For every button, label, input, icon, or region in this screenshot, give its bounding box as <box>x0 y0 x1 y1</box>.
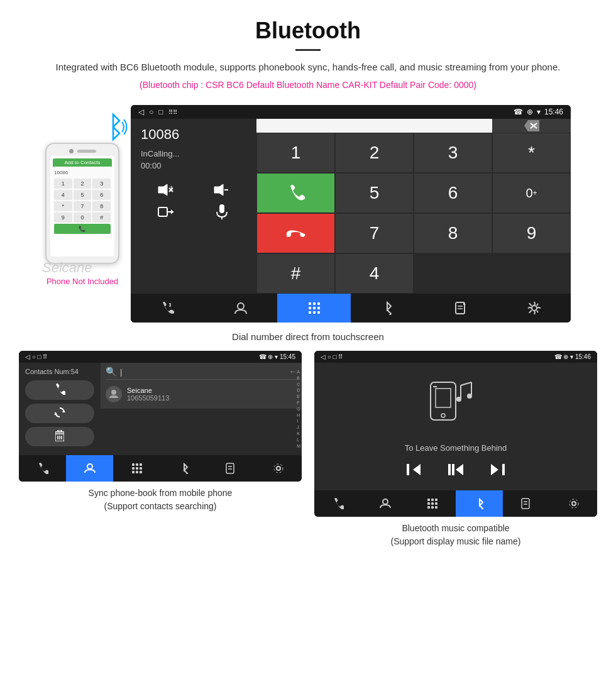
contacts-nav-bluetooth[interactable] <box>160 455 207 482</box>
music-body: To Leave Something Behind <box>314 363 597 490</box>
svg-text:+: + <box>170 184 173 190</box>
car-left-panel: 10086 InCalling... 00:00 + <box>131 119 256 294</box>
dial-key-5[interactable]: 5 <box>74 190 92 200</box>
nav-phone-icon[interactable] <box>131 294 204 323</box>
nav-bluetooth-icon[interactable] <box>351 294 424 323</box>
phone-not-included-label: Phone Not Included <box>45 277 119 286</box>
contacts-nav-dialpad[interactable] <box>113 455 160 482</box>
dial-delete-button[interactable] <box>492 119 571 133</box>
dial-key-4[interactable]: 4 <box>335 253 414 294</box>
svg-point-51 <box>277 466 280 470</box>
contact-info: Seicane 10655059113 <box>127 387 169 402</box>
contact-item[interactable]: Seicane 10655059113 <box>106 383 297 405</box>
dial-input-field[interactable] <box>256 119 492 133</box>
svg-rect-41 <box>140 463 142 466</box>
svg-rect-48 <box>226 463 234 473</box>
end-call-button[interactable] <box>256 213 335 253</box>
search-input[interactable]: | <box>120 367 285 377</box>
contacts-delete-btn[interactable] <box>25 427 94 446</box>
nav-settings-icon[interactable] <box>497 294 571 323</box>
music-nav-contacts[interactable] <box>361 490 409 517</box>
music-nav-bluetooth[interactable] <box>456 490 503 517</box>
dial-key-0[interactable]: 0 <box>74 212 92 223</box>
prev-track-icon[interactable] <box>405 463 422 480</box>
svg-point-82 <box>569 499 578 508</box>
dial-key-9[interactable]: 9 <box>54 212 72 223</box>
car-number-display: 10086 <box>141 126 246 143</box>
phone-mockup: Add to Contacts 10086 1 2 3 4 5 6 * 7 8 … <box>45 143 119 286</box>
svg-point-81 <box>572 502 576 505</box>
svg-rect-19 <box>313 307 316 309</box>
dial-key-3[interactable]: 3 <box>92 179 111 189</box>
contacts-sync-btn[interactable] <box>25 404 94 423</box>
music-status-right: ☎ ⊕ ▾ 15:46 <box>554 353 591 360</box>
phone-call-button[interactable]: 📞 <box>54 224 111 234</box>
svg-point-38 <box>87 464 92 469</box>
svg-marker-66 <box>491 464 498 475</box>
svg-rect-22 <box>313 311 316 314</box>
phone-screen-body: 10086 1 2 3 4 5 6 * 7 8 9 0 # 📞 <box>53 167 112 236</box>
nav-dialpad-icon[interactable] <box>277 294 351 323</box>
next-track-icon[interactable] <box>490 463 506 480</box>
dial-key-star[interactable]: * <box>54 201 72 211</box>
dial-key-1[interactable]: 1 <box>256 133 335 173</box>
status-time: 15:46 <box>544 108 563 116</box>
music-icon-area <box>324 373 587 437</box>
svg-rect-6 <box>158 207 167 216</box>
nav-contacts-icon[interactable] <box>204 294 278 323</box>
dial-key-2[interactable]: 2 <box>74 179 92 189</box>
dial-key-9[interactable]: 9 <box>492 213 571 253</box>
volume-down-icon[interactable] <box>197 183 246 197</box>
contacts-nav-file[interactable] <box>207 455 255 482</box>
call-button[interactable] <box>256 173 335 213</box>
contacts-count: Contacts Num:54 <box>25 368 94 375</box>
music-nav-settings[interactable] <box>550 490 597 517</box>
dial-key-7[interactable]: 7 <box>335 213 414 253</box>
dial-key-0plus[interactable]: 0+ <box>492 173 571 213</box>
dial-key-1[interactable]: 1 <box>54 179 72 189</box>
svg-rect-71 <box>435 499 437 501</box>
contacts-nav-contacts[interactable] <box>66 455 113 482</box>
contacts-bottom-nav <box>19 455 302 482</box>
dial-key-hash[interactable]: # <box>92 212 111 223</box>
bottom-screens: ◁ ○ □ ⠿ ☎ ⊕ ▾ 15:45 Contacts Num:54 <box>0 351 616 548</box>
phone-speaker <box>77 150 96 153</box>
svg-rect-62 <box>407 464 409 475</box>
back-icon: ◁ <box>138 108 144 116</box>
page-title: Bluetooth <box>25 18 591 44</box>
dial-key-6[interactable]: 6 <box>414 173 492 213</box>
svg-rect-76 <box>431 506 434 509</box>
wifi-icon: ▾ <box>537 108 541 116</box>
volume-up-icon[interactable]: + <box>141 183 190 197</box>
contacts-alphabet: ABCDEFGHIJKLM <box>297 369 300 449</box>
contacts-left-panel: Contacts Num:54 <box>19 363 101 455</box>
contact-avatar <box>106 386 122 402</box>
music-nav-file[interactable] <box>503 490 550 517</box>
contacts-nav-settings[interactable] <box>255 455 302 482</box>
dial-key-hash[interactable]: # <box>256 253 335 294</box>
phone-signal-icon: ☎ <box>514 108 523 116</box>
dial-key-8[interactable]: 8 <box>414 213 492 253</box>
dial-key-6[interactable]: 6 <box>92 190 111 200</box>
dial-key-2[interactable]: 2 <box>335 133 414 173</box>
location-icon: ⊕ <box>527 108 533 116</box>
dial-key-3[interactable]: 3 <box>414 133 492 173</box>
main-screen-area: Add to Contacts 10086 1 2 3 4 5 6 * 7 8 … <box>0 105 616 323</box>
contacts-nav-phone[interactable] <box>19 455 66 482</box>
page-header: Bluetooth Integrated with BC6 Bluetooth … <box>0 0 616 105</box>
contact-name: Seicane <box>127 387 169 394</box>
nav-file-icon[interactable] <box>424 294 498 323</box>
dial-key-5[interactable]: 5 <box>335 173 414 213</box>
dial-key-4[interactable]: 4 <box>54 190 72 200</box>
mic-icon[interactable] <box>197 203 246 221</box>
dial-key-8[interactable]: 8 <box>92 201 111 211</box>
transfer-icon[interactable] <box>141 203 190 221</box>
backspace-icon[interactable]: ← <box>289 367 297 376</box>
contacts-list: 🔍 | ← Seican <box>101 363 302 409</box>
play-pause-icon[interactable] <box>447 463 465 480</box>
dial-key-star[interactable]: * <box>492 133 571 173</box>
music-nav-phone[interactable] <box>314 490 361 517</box>
contacts-call-btn[interactable] <box>25 380 94 400</box>
music-nav-dialpad[interactable] <box>409 490 456 517</box>
dial-key-7[interactable]: 7 <box>74 201 92 211</box>
